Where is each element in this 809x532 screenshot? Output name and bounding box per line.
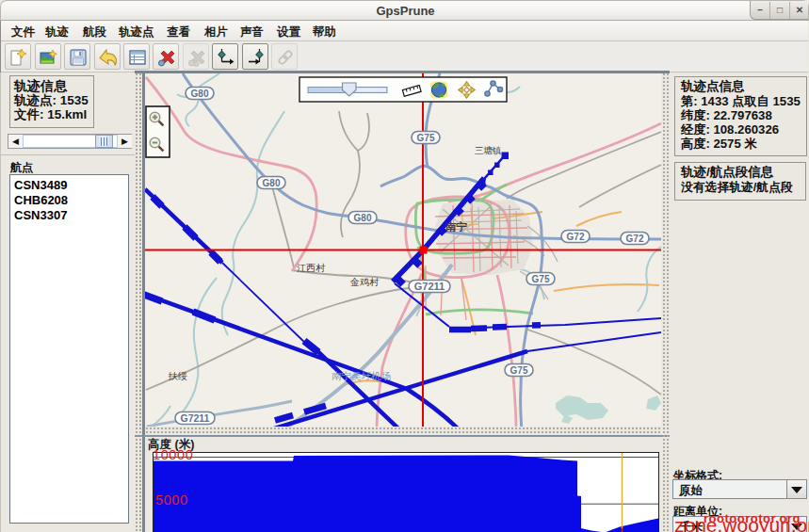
svg-text:G80: G80 bbox=[354, 213, 372, 223]
svg-text:G75: G75 bbox=[532, 274, 550, 284]
svg-text:南宁吴圩机场: 南宁吴圩机场 bbox=[332, 370, 391, 381]
svg-text:G7211: G7211 bbox=[414, 281, 445, 292]
svg-text:金鸡村: 金鸡村 bbox=[349, 277, 380, 287]
svg-text:5000: 5000 bbox=[155, 492, 188, 508]
svg-text:G7211: G7211 bbox=[181, 412, 210, 424]
svg-text:江西村: 江西村 bbox=[297, 263, 326, 273]
svg-text:扶绥: 扶绥 bbox=[168, 371, 187, 381]
svg-text:G75: G75 bbox=[417, 133, 435, 143]
svg-text:G80: G80 bbox=[191, 89, 209, 99]
svg-text:G80: G80 bbox=[263, 178, 281, 188]
svg-text:G72: G72 bbox=[626, 234, 644, 244]
svg-text:10000: 10000 bbox=[153, 447, 193, 462]
svg-text:南宁: 南宁 bbox=[445, 220, 468, 233]
svg-text:G72: G72 bbox=[567, 232, 585, 242]
svg-text:三塘镇: 三塘镇 bbox=[475, 145, 502, 155]
svg-text:G75: G75 bbox=[510, 365, 528, 376]
